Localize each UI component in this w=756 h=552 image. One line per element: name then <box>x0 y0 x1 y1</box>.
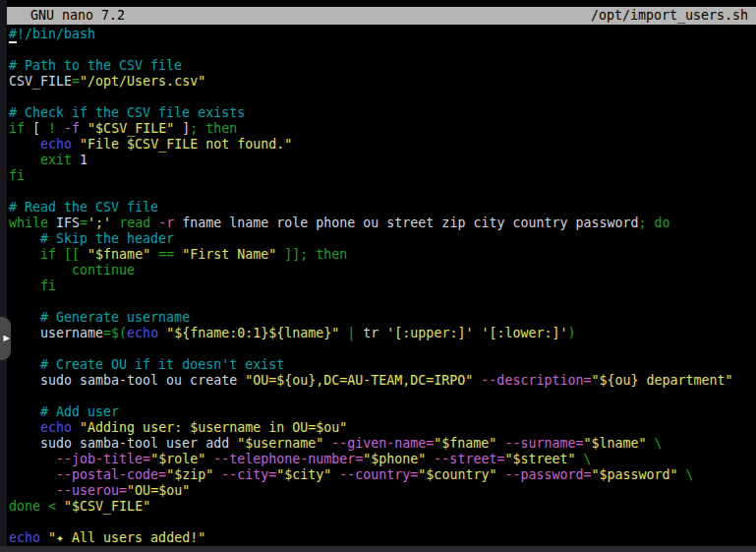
nano-version-label: GNU nano 7.2 <box>30 7 125 25</box>
code-segment: "$fname" <box>87 247 150 262</box>
code-segment: # Read the CSV file <box>9 200 158 215</box>
code-segment: \ <box>584 452 592 466</box>
code-segment: '[:lower:]' <box>481 326 567 340</box>
code-segment: "$CSV_FILE" <box>87 121 174 136</box>
code-segment <box>9 310 40 325</box>
code-line: continue <box>9 263 756 278</box>
code-segment <box>158 326 166 340</box>
code-segment: =$( <box>103 326 127 340</box>
code-segment <box>9 278 40 293</box>
code-segment: fi <box>40 278 56 293</box>
code-segment: "Adding user: $username in OU=$ou" <box>80 420 347 435</box>
code-segment: while <box>9 215 48 230</box>
code-segment: "/opt/Users.csv" <box>80 74 205 89</box>
code-segment <box>72 137 80 152</box>
code-segment: "$username" <box>237 436 323 451</box>
code-line: done < "$CSV_FILE" <box>9 499 756 515</box>
code-segment: -f <box>64 121 80 136</box>
code-segment: [ <box>25 121 48 136</box>
code-segment: tr <box>355 326 386 340</box>
code-segment <box>9 420 40 435</box>
code-segment: # Generate username <box>40 310 190 325</box>
code-line: fi <box>9 168 756 184</box>
code-segment: ; <box>639 215 647 230</box>
code-segment: ; <box>190 121 198 136</box>
code-segment <box>647 215 655 230</box>
code-segment: --postal-code= <box>56 467 166 482</box>
expand-arrow-icon: ▶ <box>3 335 9 342</box>
code-line: if [ ! -f "$CSV_FILE" ]; then <box>9 121 756 137</box>
nano-edit-area[interactable]: #!/bin/bash# Path to the CSV fileCSV_FIL… <box>7 25 756 546</box>
code-segment: --userou= <box>56 483 127 498</box>
code-segment: if <box>40 247 56 262</box>
code-line: fi <box>9 278 756 294</box>
code-segment: == <box>158 247 174 262</box>
code-line: username=$(echo "${fname:0:1}${lname}" |… <box>9 326 756 341</box>
code-segment <box>213 467 221 482</box>
code-segment: --password= <box>504 467 591 482</box>
code-line: #!/bin/bash <box>9 27 756 42</box>
code-segment <box>80 121 87 136</box>
remote-desktop-screen: GNU nano 7.2 /opt/import_users.sh #!/bin… <box>0 0 756 552</box>
code-segment <box>678 467 686 482</box>
code-segment <box>174 247 182 262</box>
window-bottom-edge <box>0 546 756 552</box>
code-segment: "$country" <box>418 467 496 482</box>
code-segment: "$street" <box>504 452 575 466</box>
code-line <box>9 42 756 58</box>
code-segment: ]] <box>284 247 300 262</box>
code-line: while IFS=';' read -r fname lname role p… <box>9 215 756 231</box>
terminal-window[interactable]: GNU nano 7.2 /opt/import_users.sh #!/bin… <box>7 0 756 546</box>
code-line: # Add user <box>9 404 756 420</box>
code-line: # Create OU if it doesn't exist <box>9 357 756 373</box>
code-segment <box>150 215 158 230</box>
code-segment: echo <box>40 137 72 152</box>
code-line: # Skip the header <box>9 231 756 247</box>
code-segment: "First Name" <box>182 247 276 262</box>
code-line: sudo samba-tool ou create "OU=${ou},DC=A… <box>9 373 756 389</box>
code-segment: "$city" <box>276 467 331 482</box>
code-segment <box>205 452 213 466</box>
code-segment: "${fname:0:1}${lname}" <box>166 326 339 340</box>
code-line: # Path to the CSV file <box>9 58 756 74</box>
sidebar-expand-handle[interactable]: ▶ <box>0 317 11 360</box>
code-segment <box>647 436 655 451</box>
code-segment: -r <box>158 215 174 230</box>
code-line: echo "✦ All users added!" <box>9 530 756 546</box>
code-segment: # Create OU if it doesn't exist <box>40 357 284 372</box>
code-segment: do <box>655 215 670 230</box>
code-segment: "$lname" <box>583 436 646 451</box>
code-segment: ';' <box>87 215 111 230</box>
code-segment: --street= <box>434 452 504 466</box>
code-line: --userou="OU=$ou" <box>9 483 756 499</box>
code-segment <box>80 247 87 262</box>
code-segment <box>40 530 48 545</box>
code-segment <box>9 231 40 246</box>
code-segment <box>9 247 40 262</box>
code-segment <box>9 404 40 419</box>
code-segment: echo <box>127 326 158 340</box>
code-segment <box>40 499 48 514</box>
code-line: --postal-code="$zip" --city="$city" --co… <box>9 467 756 483</box>
code-segment: then <box>316 247 347 262</box>
code-segment <box>9 137 40 152</box>
code-segment: "$password" <box>592 467 678 482</box>
code-segment: CSV_FILE <box>9 74 72 89</box>
code-line: echo "Adding user: $username in OU=$ou" <box>9 420 756 436</box>
code-segment: 1 <box>72 153 87 167</box>
code-segment: echo <box>40 420 72 435</box>
code-line: # Generate username <box>9 310 756 326</box>
code-segment: --given-name= <box>331 436 434 451</box>
code-segment: # Check if the CSV file exists <box>9 105 245 120</box>
code-segment <box>9 263 72 277</box>
code-segment: = <box>72 74 80 89</box>
code-segment: "$role" <box>150 452 205 466</box>
code-segment: fi <box>9 168 25 183</box>
code-segment: IFS <box>48 215 80 230</box>
code-segment: ! <box>48 121 56 136</box>
code-segment: ) <box>567 326 575 340</box>
code-line <box>9 515 756 530</box>
code-line <box>9 90 756 105</box>
code-segment: "✦ All users added!" <box>48 530 205 545</box>
code-line <box>9 389 756 404</box>
